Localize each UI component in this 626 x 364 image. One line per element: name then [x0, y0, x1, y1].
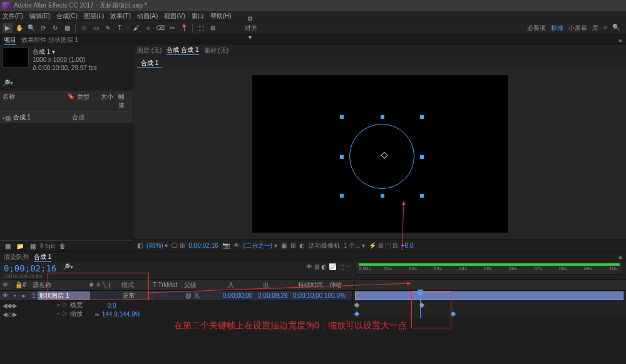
- comp-tab-comp[interactable]: 合成 合成 1: [167, 46, 198, 55]
- search-icon[interactable]: 🔎▾: [3, 79, 13, 86]
- channel-icon[interactable]: ◐: [299, 242, 305, 249]
- motion-blur-icon[interactable]: ◐: [321, 263, 327, 270]
- kf-nav-icon[interactable]: ◀◇▶: [3, 311, 18, 318]
- prop-scale[interactable]: ◀◇▶ ○ ▷ 缩放 ∞ 144.9,144.9%: [0, 310, 352, 318]
- current-timecode[interactable]: 0;00;02;16: [4, 263, 56, 273]
- menu-window[interactable]: 窗口: [192, 12, 204, 21]
- keyframe-icon[interactable]: [354, 311, 359, 316]
- selection-tool-icon[interactable]: ▶: [3, 23, 13, 33]
- col-duration[interactable]: 持续时间: [298, 281, 329, 290]
- hand-tool-icon[interactable]: ✋: [14, 23, 24, 33]
- resolution-dropdown[interactable]: (二分之一) ▾: [244, 241, 277, 250]
- snapshot-icon[interactable]: 📷: [222, 242, 230, 249]
- snap-label[interactable]: 对齐: [245, 24, 257, 31]
- dur-value[interactable]: 0;00;10;00: [293, 292, 324, 299]
- bpc-label[interactable]: 8 bpc: [40, 243, 55, 250]
- canvas[interactable]: [252, 75, 508, 233]
- col-parent[interactable]: 父级: [184, 281, 209, 290]
- col-stretch[interactable]: 伸缩: [329, 281, 354, 290]
- col-type-icon[interactable]: 🔖: [67, 93, 74, 110]
- workspace-essentials[interactable]: 必要项: [527, 24, 546, 33]
- comp-subtab[interactable]: 合成 1: [137, 58, 162, 68]
- eraser-tool-icon[interactable]: ⌫: [155, 23, 165, 33]
- lock-toggle-icon[interactable]: ▪: [14, 292, 23, 299]
- prop-value[interactable]: 0.0: [108, 302, 116, 309]
- link-icon[interactable]: ∞: [95, 311, 100, 318]
- handle-icon[interactable]: [340, 194, 344, 198]
- render-queue-tab[interactable]: 渲染队列: [4, 253, 29, 261]
- workspace-more-icon[interactable]: »: [603, 24, 607, 33]
- draft3d-icon[interactable]: ⬚: [338, 263, 344, 270]
- menu-view[interactable]: 视图(V): [164, 12, 185, 21]
- rect-tool-icon[interactable]: ▭: [91, 23, 101, 33]
- snap-dropdown-icon[interactable]: ▾: [245, 33, 255, 43]
- eye-toggle-icon[interactable]: 👁: [3, 292, 14, 299]
- world-axis-icon[interactable]: ⊞: [208, 23, 218, 33]
- menu-effect[interactable]: 效果(T): [110, 12, 131, 21]
- timecode-display[interactable]: 0;00;02;16: [188, 242, 218, 249]
- effect-controls-tab[interactable]: 效果控件 形状图层 1: [21, 36, 78, 44]
- col-type[interactable]: 类型: [77, 93, 101, 110]
- out-value[interactable]: 0;00;09;29: [258, 292, 293, 299]
- handle-icon[interactable]: [381, 194, 384, 198]
- comp-name[interactable]: 合成 1 ▾: [33, 48, 97, 56]
- timeline-comp-tab[interactable]: 合成 1: [34, 253, 51, 262]
- orbit-tool-icon[interactable]: ⟳: [38, 23, 48, 33]
- handle-icon[interactable]: [340, 115, 344, 119]
- eye-icon[interactable]: 👁: [3, 281, 15, 288]
- snap-icon[interactable]: ⧉: [245, 14, 255, 24]
- parent-pick-icon[interactable]: @: [185, 292, 192, 299]
- interpret-footage-icon[interactable]: ▦: [3, 241, 13, 251]
- handle-icon[interactable]: [381, 115, 384, 119]
- roto-tool-icon[interactable]: ✂: [167, 23, 177, 33]
- fast-preview-icon[interactable]: ⚡ ⊞ ⬚ ⊟: [369, 242, 397, 249]
- brush-tool-icon[interactable]: 🖌: [131, 23, 141, 33]
- handle-icon[interactable]: [420, 115, 424, 119]
- camera-tool-icon[interactable]: ▦: [62, 23, 72, 33]
- search-help-icon[interactable]: 🔍: [612, 24, 620, 33]
- comp-tab-layer[interactable]: 图层 (无): [137, 46, 162, 55]
- project-item-row[interactable]: ▪▦ 合成 1 合成: [0, 112, 133, 123]
- new-folder-icon[interactable]: 📁: [15, 241, 25, 251]
- menu-edit[interactable]: 编辑(E): [29, 12, 50, 21]
- timeline-panel-menu-icon[interactable]: ≡: [618, 254, 622, 261]
- timeline-search-icon[interactable]: 🔎▾: [63, 263, 73, 270]
- project-tab[interactable]: 项目: [4, 36, 16, 45]
- zoom-dropdown[interactable]: (48%) ▾: [146, 242, 168, 249]
- in-value[interactable]: 0;00;00;00: [223, 292, 258, 299]
- prop-stroke-width[interactable]: ◀◆▶ ○ ▷ 线宽 0.0: [0, 301, 352, 310]
- prop-value[interactable]: 144.9,144.9%: [102, 311, 141, 318]
- kf-nav-icon[interactable]: ◀◆▶: [3, 302, 18, 309]
- shy-icon[interactable]: 👁: [306, 263, 312, 270]
- puppet-tool-icon[interactable]: 📍: [179, 23, 189, 33]
- mask-toggle-icon[interactable]: ◧: [137, 242, 143, 249]
- col-framerate[interactable]: 帧速: [118, 93, 130, 110]
- workspace-standard[interactable]: 标准: [551, 24, 563, 33]
- handle-icon[interactable]: [420, 155, 424, 159]
- pen-tool-icon[interactable]: ✎: [103, 23, 113, 33]
- layer-bar[interactable]: [355, 291, 623, 300]
- handle-icon[interactable]: [340, 155, 344, 159]
- keyframe-icon[interactable]: [451, 311, 456, 316]
- panel-menu-icon[interactable]: ≡: [618, 37, 622, 44]
- anchor-icon[interactable]: [381, 152, 387, 159]
- rotate-tool-icon[interactable]: ↻: [50, 23, 60, 33]
- col-in[interactable]: 入: [228, 281, 263, 290]
- zoom-tool-icon[interactable]: 🔍: [26, 23, 36, 33]
- delete-icon[interactable]: 🗑: [58, 241, 68, 251]
- frame-blend-icon[interactable]: ⊞: [314, 263, 319, 270]
- views-dropdown[interactable]: 1 个... ▾: [344, 241, 365, 250]
- workspace-small[interactable]: 小屏幕: [568, 24, 587, 33]
- res-dropdown-icon[interactable]: 🖵 ⊞: [172, 242, 185, 249]
- anchor-tool-icon[interactable]: ⊹: [79, 23, 89, 33]
- menu-layer[interactable]: 图层(L): [84, 12, 104, 21]
- menu-animation[interactable]: 动画(A): [137, 12, 158, 21]
- menu-file[interactable]: 文件(F): [3, 12, 23, 21]
- exposure[interactable]: +0.0: [401, 242, 414, 249]
- workspace-library[interactable]: 库: [592, 24, 598, 33]
- keyframe-icon[interactable]: [354, 303, 359, 308]
- roi-icon[interactable]: ▣: [281, 242, 287, 249]
- col-out[interactable]: 出: [263, 281, 298, 290]
- clone-tool-icon[interactable]: ⟐: [143, 23, 153, 33]
- local-axis-icon[interactable]: ⬚: [196, 23, 206, 33]
